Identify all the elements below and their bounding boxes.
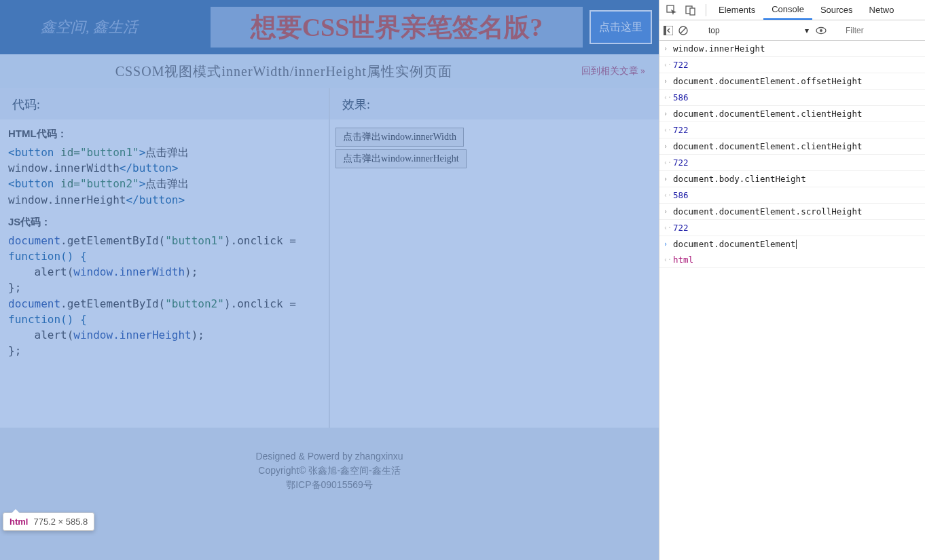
tab-console[interactable]: Console (763, 0, 812, 20)
input-arrow-icon: › (664, 208, 670, 215)
tab-sources[interactable]: Sources (812, 1, 861, 19)
output-arrow-icon: ‹· (664, 191, 670, 199)
tab-network[interactable]: Netwo (861, 1, 903, 19)
demo-button-innerwidth[interactable]: 点击弹出window.innerWidth (335, 128, 464, 147)
effect-panel-header: 效果: (330, 88, 659, 119)
output-arrow-icon: ‹· (664, 94, 670, 101)
console-command: document.documentElement.scrollHeight (673, 206, 862, 217)
back-to-article-link[interactable]: 回到相关文章 » (568, 65, 659, 77)
output-arrow-icon: ‹· (664, 126, 670, 134)
console-command: document.body.clientHeight (673, 174, 806, 184)
output-arrow-icon: ‹· (664, 224, 670, 231)
console-command: document.documentElement.clientHeight (673, 109, 862, 119)
console-input[interactable]: document.documentElement (673, 239, 796, 249)
site-footer: Designed & Powerd by zhangxinxu Copyrigh… (0, 428, 659, 560)
console-input-line: ›window.innerHeight (659, 41, 925, 57)
chevron-down-icon: ▾ (805, 26, 809, 35)
console-input-line: ›document.documentElement.offsetHeight (659, 73, 925, 90)
console-result: 722 (673, 223, 689, 233)
console-result: 722 (673, 157, 689, 168)
devtools-panel: Elements Console Sources Netwo top ▾ ›wi… (659, 0, 925, 560)
output-arrow-icon: ‹· (664, 256, 670, 263)
effect-panel: 效果: 点击弹出window.innerWidth 点击弹出window.inn… (330, 88, 659, 428)
console-command: document.documentElement.offsetHeight (673, 76, 862, 86)
cta-button[interactable]: 点击这里 (590, 10, 652, 44)
console-command: window.innerHeight (673, 43, 765, 54)
svg-rect-2 (690, 8, 695, 15)
context-selector[interactable]: top ▾ (704, 23, 813, 38)
console-input-line: ›document.documentElement.clientHeight (659, 138, 925, 155)
console-output-line: ‹·586 (659, 187, 925, 204)
input-arrow-icon: › (664, 45, 670, 52)
demo-button-innerheight[interactable]: 点击弹出window.innerHeight (335, 149, 467, 168)
console-result: 586 (673, 190, 689, 200)
console-output[interactable]: ›window.innerHeight‹·722›document.docume… (659, 41, 925, 560)
svg-point-8 (820, 29, 822, 32)
clear-console-icon[interactable] (678, 22, 688, 39)
html-code-block: <button id="button1">点击弹出window.innerWid… (8, 145, 321, 208)
console-result: 586 (673, 92, 689, 102)
input-arrow-icon: › (664, 110, 670, 117)
inspect-element-icon[interactable] (664, 2, 680, 18)
device-toolbar-icon[interactable] (683, 2, 699, 18)
code-panel-header: 代码: (0, 88, 329, 119)
svg-rect-4 (664, 26, 666, 35)
js-code-label: JS代码： (8, 216, 321, 229)
console-active-input-line[interactable]: ›document.documentElement (659, 236, 925, 252)
site-header: 鑫空间, 鑫生活 想要CSS世界亲笔签名版? 点击这里 (0, 0, 659, 54)
code-panel: 代码: HTML代码： <button id="button1">点击弹出win… (0, 88, 330, 428)
console-input-line: ›document.documentElement.scrollHeight (659, 204, 925, 220)
effect-panel-body: 点击弹出window.innerWidth 点击弹出window.innerHe… (330, 119, 659, 176)
html-code-label: HTML代码： (8, 128, 321, 141)
main-panels: 代码: HTML代码： <button id="button1">点击弹出win… (0, 88, 659, 428)
site-logo: 鑫空间, 鑫生活 (7, 17, 211, 37)
console-output-line: ‹·html (659, 252, 925, 268)
input-arrow-icon: › (664, 77, 670, 85)
footer-line-2: Copyright© 张鑫旭-鑫空间-鑫生活 (0, 464, 659, 478)
show-console-sidebar-icon[interactable] (664, 22, 673, 39)
footer-line-1: Designed & Powerd by zhangxinxu (0, 449, 659, 464)
tooltip-dimensions: 775.2 × 585.8 (33, 517, 88, 527)
console-input-line: ›document.documentElement.clientHeight (659, 106, 925, 122)
output-arrow-icon: ‹· (664, 159, 670, 166)
console-command: document.documentElement.clientHeight (673, 141, 862, 151)
subheader: CSSOM视图模式innerWidth/innerHeight属性实例页面 回到… (0, 54, 659, 88)
console-output-line: ‹·722 (659, 122, 925, 138)
input-arrow-icon: › (664, 143, 670, 150)
input-arrow-icon: › (664, 175, 670, 183)
console-filter-input[interactable] (843, 24, 925, 37)
tab-elements[interactable]: Elements (710, 1, 763, 19)
live-expression-icon[interactable] (816, 22, 827, 39)
separator (706, 4, 706, 16)
js-code-block: document.getElementById("button1").oncli… (8, 233, 321, 359)
input-arrow-icon: › (664, 240, 670, 248)
context-selector-value: top (708, 26, 720, 35)
console-output-line: ‹·722 (659, 220, 925, 236)
console-output-line: ‹·722 (659, 155, 925, 171)
promo-banner: 想要CSS世界亲笔签名版? (211, 7, 583, 48)
console-output-line: ‹·722 (659, 57, 925, 73)
console-toolbar: top ▾ (659, 20, 925, 41)
svg-line-6 (681, 28, 686, 33)
console-result: 722 (673, 125, 689, 135)
console-result: 722 (673, 60, 689, 70)
console-input-line: ›document.body.clientHeight (659, 171, 925, 187)
element-inspect-tooltip: html775.2 × 585.8 (3, 512, 94, 531)
text-cursor (796, 240, 797, 249)
console-output-line: ‹·586 (659, 90, 925, 106)
footer-line-3: 鄂ICP备09015569号 (0, 478, 659, 492)
console-result: html (673, 255, 693, 265)
devtools-tabbar: Elements Console Sources Netwo (659, 0, 925, 20)
code-panel-body: HTML代码： <button id="button1">点击弹出window.… (0, 119, 329, 367)
output-arrow-icon: ‹· (664, 61, 670, 69)
tooltip-tag: html (10, 517, 28, 527)
page-content: 鑫空间, 鑫生活 想要CSS世界亲笔签名版? 点击这里 CSSOM视图模式inn… (0, 0, 659, 560)
page-title: CSSOM视图模式innerWidth/innerHeight属性实例页面 (0, 62, 568, 81)
